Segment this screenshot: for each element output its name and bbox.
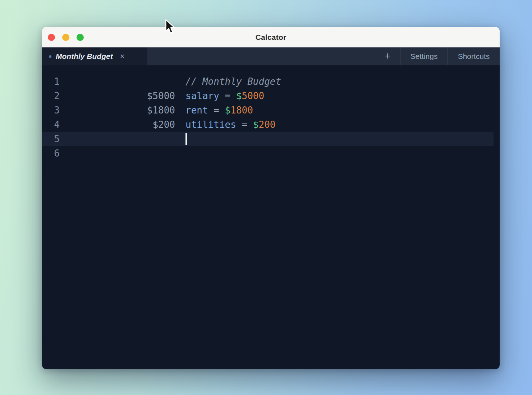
code-token: // Monthly Budget: [185, 76, 281, 87]
window-title: Calcator: [256, 33, 286, 42]
code-token: =: [236, 119, 253, 130]
editor-row-3: 3 $1800 rent = $1800: [42, 103, 500, 117]
code-token: =: [208, 105, 225, 116]
result-value: $200: [66, 119, 181, 130]
zoom-window-button[interactable]: [77, 34, 84, 41]
tab-monthly-budget[interactable]: Monthly Budget ×: [42, 47, 147, 65]
code-token: 200: [259, 119, 276, 130]
editor-row-6: 6: [42, 146, 500, 161]
code-line: rent = $1800: [181, 105, 500, 116]
close-window-button[interactable]: [48, 34, 55, 41]
editor-row-4: 4 $200 utilities = $200: [42, 117, 500, 132]
editor-row-5-active: 5: [42, 132, 500, 146]
desktop: Calcator Monthly Budget × + Settings Sho…: [0, 0, 532, 395]
code-token: $: [236, 90, 242, 101]
code-token: $: [225, 105, 231, 116]
result-value: $1800: [66, 105, 181, 116]
settings-button[interactable]: Settings: [400, 47, 448, 65]
line-number: 5: [42, 134, 66, 144]
text-caret: [185, 133, 187, 145]
line-number: 3: [42, 105, 66, 116]
tab-label: Monthly Budget: [56, 52, 113, 61]
minimize-window-button[interactable]: [62, 34, 69, 41]
line-number: 6: [42, 148, 66, 159]
calcator-window: Calcator Monthly Budget × + Settings Sho…: [42, 27, 500, 369]
code-token: $: [253, 119, 259, 130]
titlebar[interactable]: Calcator: [42, 27, 500, 47]
code-token: rent: [185, 105, 208, 116]
code-line: utilities = $200: [181, 119, 500, 130]
line-number: 2: [42, 90, 66, 101]
line-number: 4: [42, 119, 66, 130]
code-line: [181, 133, 500, 145]
unsaved-dot-icon: [49, 55, 51, 58]
code-token: =: [219, 90, 236, 101]
tabbar-empty-space: [147, 47, 375, 65]
plus-icon: +: [385, 50, 391, 62]
code-token: 5000: [242, 90, 265, 101]
code-token: utilities: [185, 119, 236, 130]
close-tab-icon[interactable]: ×: [119, 52, 126, 61]
code-line: salary = $5000: [181, 90, 500, 101]
code-token: salary: [185, 90, 219, 101]
traffic-lights: [48, 27, 84, 47]
line-number: 1: [42, 76, 66, 87]
new-tab-button[interactable]: +: [375, 47, 400, 65]
shortcuts-button[interactable]: Shortcuts: [448, 47, 500, 65]
editor-row-2: 2 $5000 salary = $5000: [42, 89, 500, 103]
editor-row-1: 1 // Monthly Budget: [42, 74, 500, 89]
result-value: $5000: [66, 90, 181, 101]
code-line: // Monthly Budget: [181, 76, 500, 87]
editor-area[interactable]: 1 // Monthly Budget 2 $5000 salary = $50…: [42, 65, 500, 369]
tab-bar: Monthly Budget × + Settings Shortcuts: [42, 47, 500, 65]
code-token: 1800: [230, 105, 253, 116]
